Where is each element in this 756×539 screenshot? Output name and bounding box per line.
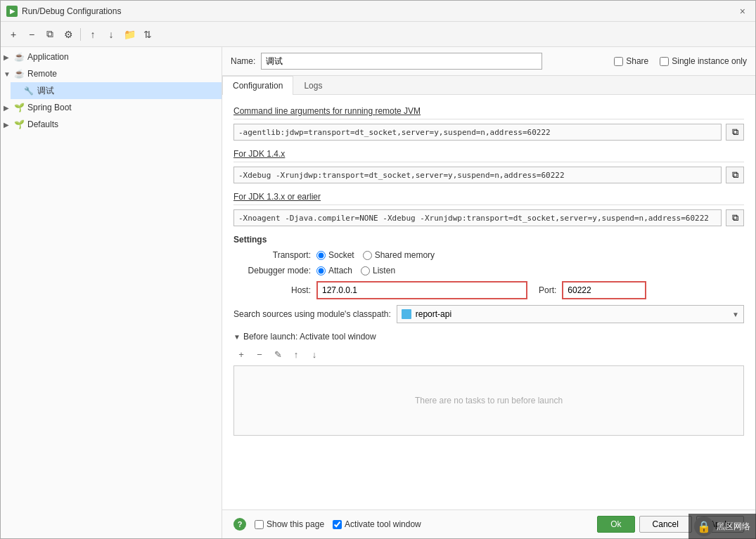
show-page-checkbox[interactable] (255, 520, 264, 529)
single-instance-checkbox[interactable] (660, 57, 669, 66)
name-bar: Name: Share Single instance only (222, 47, 755, 76)
watermark-text: 黑区网络 (717, 521, 750, 533)
tab-logs[interactable]: Logs (293, 76, 333, 95)
jdk14-section-label: For JDK 1.4.x (233, 149, 744, 162)
tree-item-application[interactable]: ▶ ☕ Application (1, 48, 222, 65)
config-panel: Command line arguments for running remot… (222, 95, 755, 509)
expand-arrow-spring: ▶ (4, 104, 13, 112)
jdk14-input[interactable] (233, 167, 722, 183)
help-button[interactable]: ? (233, 518, 246, 531)
debug-icon: 🔧 (23, 85, 34, 96)
host-label: Host: (233, 285, 311, 295)
folder-button[interactable]: 📁 (121, 26, 138, 43)
copy-config-button[interactable]: ⧉ (41, 26, 58, 43)
name-label: Name: (231, 56, 255, 66)
title-bar: ▶ Run/Debug Configurations × (1, 1, 755, 22)
before-launch-header: ▼ Before launch: Activate tool window (233, 332, 744, 342)
before-launch-remove-button[interactable]: − (252, 347, 267, 361)
cancel-button[interactable]: Cancel (639, 516, 692, 533)
transport-radio-group: Socket Shared memory (316, 250, 435, 260)
remove-config-button[interactable]: − (23, 26, 40, 43)
watermark: 🔒 黑区网络 (688, 514, 756, 539)
debugger-mode-row: Debugger mode: Attach Listen (233, 266, 744, 275)
activate-tool-window-checkbox[interactable] (333, 520, 342, 529)
single-instance-checkbox-label[interactable]: Single instance only (660, 56, 747, 66)
name-input[interactable] (261, 53, 542, 70)
ok-button[interactable]: Ok (597, 516, 634, 533)
activate-tool-window-text: Activate tool window (345, 519, 421, 529)
right-panel: Name: Share Single instance only Confi (222, 47, 755, 538)
debugger-listen-label[interactable]: Listen (361, 266, 395, 275)
expand-arrow-application: ▶ (4, 53, 13, 61)
before-launch-down-button[interactable]: ↓ (307, 347, 322, 361)
close-button[interactable]: × (736, 4, 750, 18)
expand-arrow-defaults: ▶ (4, 121, 13, 129)
config-tabs: Configuration Logs (222, 76, 755, 95)
cmd-section-label: Command line arguments for running remot… (233, 106, 744, 119)
transport-socket-text: Socket (328, 250, 354, 260)
transport-label: Transport: (233, 250, 311, 260)
share-checkbox[interactable] (614, 57, 623, 66)
watermark-logo: 🔒 (694, 517, 714, 536)
edit-config-button[interactable]: ⚙ (60, 26, 77, 43)
classpath-select[interactable]: report-api ▼ (397, 305, 744, 323)
before-launch-add-button[interactable]: + (233, 347, 249, 361)
show-page-label[interactable]: Show this page (255, 519, 324, 529)
title-bar-left: ▶ Run/Debug Configurations (6, 6, 121, 17)
jdk14-copy-button[interactable]: ⧉ (726, 167, 744, 183)
before-launch-section: ▼ Before launch: Activate tool window + … (233, 332, 744, 436)
cmd-row: ⧉ (233, 124, 744, 141)
port-label: Port: (539, 285, 556, 295)
activate-tool-window-label[interactable]: Activate tool window (333, 519, 421, 529)
sort-button[interactable]: ⇅ (139, 26, 156, 43)
tree-label-spring-boot: Spring Boot (27, 103, 72, 112)
debugger-attach-label[interactable]: Attach (316, 266, 352, 275)
add-config-button[interactable]: + (5, 26, 22, 43)
main-toolbar: + − ⧉ ⚙ ↑ ↓ 📁 ⇅ (1, 22, 755, 47)
tree-item-debug[interactable]: 🔧 调试 ↓ (11, 82, 222, 99)
debugger-attach-radio[interactable] (316, 266, 326, 275)
share-checkbox-label[interactable]: Share (614, 56, 648, 66)
jdk13-row: ⧉ (233, 209, 744, 226)
tree-item-defaults[interactable]: ▶ 🌱 Defaults (1, 116, 222, 133)
no-tasks-text: There are no tasks to run before launch (415, 396, 563, 405)
before-launch-edit-button[interactable]: ✎ (270, 347, 286, 361)
move-up-button[interactable]: ↑ (84, 26, 101, 43)
tree-item-spring-boot[interactable]: ▶ 🌱 Spring Boot (1, 99, 222, 116)
chevron-down-icon: ▼ (732, 311, 739, 318)
transport-shared-radio[interactable] (363, 251, 372, 260)
jdk13-input[interactable] (233, 209, 722, 226)
debugger-listen-text: Listen (373, 266, 395, 275)
host-port-row: Host: Port: (233, 281, 744, 299)
port-input[interactable] (562, 281, 646, 299)
tree-label-remote: Remote (27, 69, 57, 79)
spring-icon: 🌱 (13, 102, 25, 113)
jdk13-copy-button[interactable]: ⧉ (726, 209, 744, 226)
cmd-copy-button[interactable]: ⧉ (726, 124, 744, 141)
cmd-input[interactable] (233, 124, 722, 141)
options-group: Share Single instance only (614, 56, 747, 66)
left-panel: ▶ ☕ Application ▼ ☕ Remote 🔧 调试 ↓ (1, 47, 222, 538)
classpath-select-inner: report-api (402, 309, 732, 319)
transport-socket-radio[interactable] (316, 251, 326, 260)
host-input[interactable] (316, 281, 527, 299)
tree-label-debug: 调试 (37, 85, 54, 97)
window-title: Run/Debug Configurations (22, 6, 121, 16)
bottom-bar: ? Show this page Activate tool window Ok… (222, 509, 755, 538)
debugger-listen-radio[interactable] (361, 266, 370, 275)
jdk14-row: ⧉ (233, 167, 744, 183)
move-down-button[interactable]: ↓ (103, 26, 120, 43)
tree-item-remote[interactable]: ▼ ☕ Remote (1, 65, 222, 82)
before-launch-list: There are no tasks to run before launch (233, 365, 744, 436)
transport-shared-label[interactable]: Shared memory (363, 250, 435, 260)
tab-configuration[interactable]: Configuration (222, 76, 293, 95)
share-label: Share (626, 56, 648, 66)
settings-section: Settings Transport: Socket Shared memory (233, 235, 744, 323)
before-launch-toggle-icon[interactable]: ▼ (233, 333, 241, 341)
transport-row: Transport: Socket Shared memory (233, 250, 744, 260)
before-launch-title: Before launch: Activate tool window (243, 332, 376, 342)
tree-label-defaults: Defaults (27, 119, 58, 129)
debugger-radio-group: Attach Listen (316, 266, 395, 275)
before-launch-up-button[interactable]: ↑ (288, 347, 304, 361)
transport-socket-label[interactable]: Socket (316, 250, 354, 260)
